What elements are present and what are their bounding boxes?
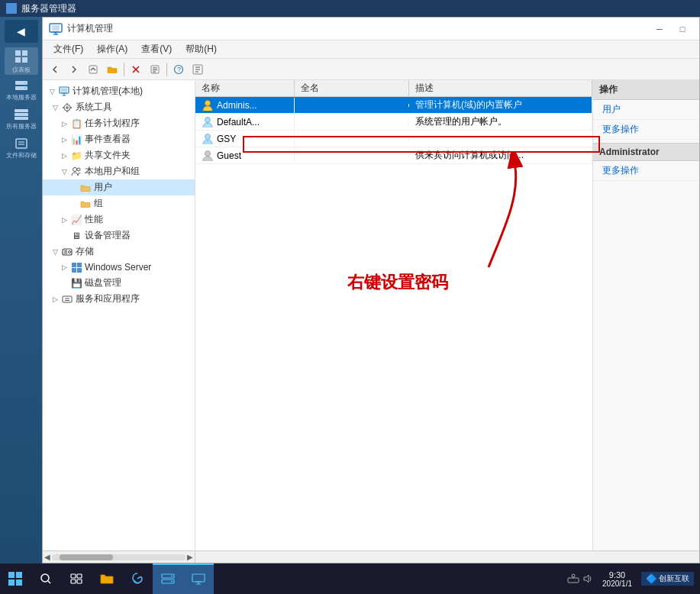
taskbar-explorer[interactable] (92, 563, 122, 594)
tree-shared-label: 共享文件夹 (85, 149, 131, 162)
computer-mgmt-taskbar-icon (192, 573, 205, 586)
hscroll-left[interactable]: ◀ (44, 553, 50, 561)
windows-server-icon (70, 261, 82, 273)
taskbar-search-button[interactable] (31, 563, 61, 594)
tree-shared-folders[interactable]: ▷ 📁 共享文件夹 (43, 147, 195, 163)
minimize-button[interactable]: ─ (649, 21, 670, 37)
tree-task-scheduler[interactable]: ▷ 📋 任务计划程序 (43, 115, 195, 131)
users-folder-icon (79, 182, 92, 194)
svg-point-7 (24, 87, 26, 89)
toolbar-folder[interactable] (103, 61, 121, 78)
svg-point-59 (205, 134, 211, 139)
toolbar-back[interactable] (46, 61, 64, 78)
file-label: 文件和存储 (6, 151, 37, 160)
storage-icon (61, 246, 73, 258)
actions-panel: 操作 用户 更多操作 Administrator 更多操作 (592, 80, 699, 550)
col-header-fullname[interactable]: 全名 (295, 80, 409, 96)
services-icon (61, 293, 73, 305)
action-more2[interactable]: 更多操作 (593, 161, 699, 181)
tree-system-tools[interactable]: ▽ 系统工具 (43, 99, 195, 115)
clock-date: 2020/1/1 (602, 579, 632, 588)
all-servers-icon (14, 108, 29, 121)
svg-rect-11 (16, 139, 27, 148)
svg-rect-77 (195, 576, 202, 580)
system-tools-icon (61, 102, 73, 114)
windows-logo (8, 571, 23, 586)
tree-root[interactable]: ▽ 计算机管理(本地) (43, 83, 195, 99)
toolbar-up[interactable] (84, 61, 102, 78)
sidebar-item-file[interactable]: 文件和存储 (5, 134, 38, 162)
hscroll-right[interactable]: ▶ (187, 553, 193, 561)
tree-device-manager[interactable]: 🖥 设备管理器 (43, 228, 195, 244)
menu-help[interactable]: 帮助(H) (179, 41, 223, 57)
gsy-name: GSY (217, 134, 236, 144)
maximize-button[interactable]: □ (672, 21, 693, 37)
tree-panel: ▽ 计算机管理(本地) ▽ (43, 80, 195, 550)
svg-rect-1 (22, 50, 27, 56)
list-row-defaultaccount[interactable]: DefaultA... 系统管理的用户帐户。 (195, 114, 592, 131)
toolbar-properties[interactable] (146, 61, 164, 78)
col-header-desc[interactable]: 描述 (409, 80, 592, 96)
tree-services[interactable]: ▷ 服务和应用程序 (43, 291, 195, 307)
list-row-administrator[interactable]: Adminis... 管理计算机(域)的内置帐户 (195, 97, 592, 114)
svg-rect-54 (63, 296, 72, 302)
svg-point-82 (572, 574, 575, 577)
svg-rect-68 (71, 574, 76, 578)
tree-local-users-label: 本地用户和组 (85, 165, 140, 178)
toolbar-help[interactable]: ? (169, 61, 188, 78)
action-users[interactable]: 用户 (593, 100, 699, 120)
dashboard-icon (14, 49, 29, 64)
svg-rect-71 (77, 579, 82, 583)
svg-rect-33 (61, 88, 67, 92)
admin-name: Adminis... (217, 100, 257, 111)
taskbar: 9:30 2020/1/1 🔷 创新互联 (0, 563, 700, 594)
server-manager-title: 服务器管理器 (21, 2, 76, 15)
col-header-name[interactable]: 名称 (195, 80, 295, 96)
list-row-guest[interactable]: Guest 供来宾访问计算机或访问... (195, 147, 592, 164)
menu-action[interactable]: 操作(A) (91, 41, 134, 57)
expand-system-tools: ▽ (49, 102, 61, 114)
svg-point-44 (77, 168, 80, 171)
taskbar-clock[interactable]: 9:30 2020/1/1 (596, 570, 638, 588)
sidebar-item-dashboard[interactable]: 仪表板 (5, 47, 38, 75)
default-name-cell: DefaultA... (195, 115, 295, 130)
tree-event-viewer[interactable]: ▷ 📊 事件查看器 (43, 131, 195, 147)
svg-point-58 (205, 117, 211, 122)
branding-text: 创新互联 (659, 573, 689, 584)
taskbar-tray: 9:30 2020/1/1 🔷 创新互联 (567, 570, 700, 588)
menu-file[interactable]: 文件(F) (47, 41, 89, 57)
admin-name-cell: Adminis... (195, 98, 295, 113)
taskbar-server-manager[interactable] (153, 563, 183, 594)
list-row-gsy[interactable]: GSY (195, 131, 592, 147)
toolbar-export[interactable] (189, 61, 207, 78)
back-button[interactable]: ◀ (5, 20, 38, 43)
tree-local-users[interactable]: ▽ 本地用户和组 (43, 163, 195, 179)
all-servers-label: 所有服务器 (6, 122, 37, 131)
tree-disk-mgmt[interactable]: 💾 磁盘管理 (43, 275, 195, 291)
tree-storage[interactable]: ▽ 存储 (43, 244, 195, 260)
menu-view[interactable]: 查看(V) (135, 41, 178, 57)
sidebar-item-all-servers[interactable]: 所有服务器 (5, 105, 38, 133)
guest-name: Guest (217, 150, 241, 161)
tree-performance[interactable]: ▷ 📈 性能 (43, 211, 195, 228)
toolbar: ? (43, 59, 699, 80)
tree-groups[interactable]: 组 (43, 195, 195, 211)
admin-user-icon (202, 99, 214, 111)
tree-task-label: 任务计划程序 (85, 117, 140, 130)
svg-point-74 (171, 576, 173, 577)
taskbar-edge[interactable] (122, 563, 153, 594)
svg-rect-51 (77, 263, 82, 267)
tree-users[interactable]: 用户 (43, 179, 195, 195)
taskbar-task-view[interactable] (61, 563, 92, 594)
expand-disk (58, 277, 70, 289)
tree-windows-server[interactable]: ▷ Windows Server (43, 260, 195, 275)
toolbar-delete[interactable] (127, 61, 145, 78)
action-more1[interactable]: 更多操作 (593, 120, 699, 140)
expand-shared: ▷ (58, 150, 70, 162)
taskbar-computer-mgmt[interactable] (183, 563, 214, 594)
hscroll-thumb[interactable] (60, 554, 113, 560)
start-button[interactable] (0, 563, 31, 594)
sidebar-item-local-server[interactable]: 本地服务器 (5, 76, 38, 104)
toolbar-forward[interactable] (65, 61, 83, 78)
export-icon (192, 64, 203, 75)
